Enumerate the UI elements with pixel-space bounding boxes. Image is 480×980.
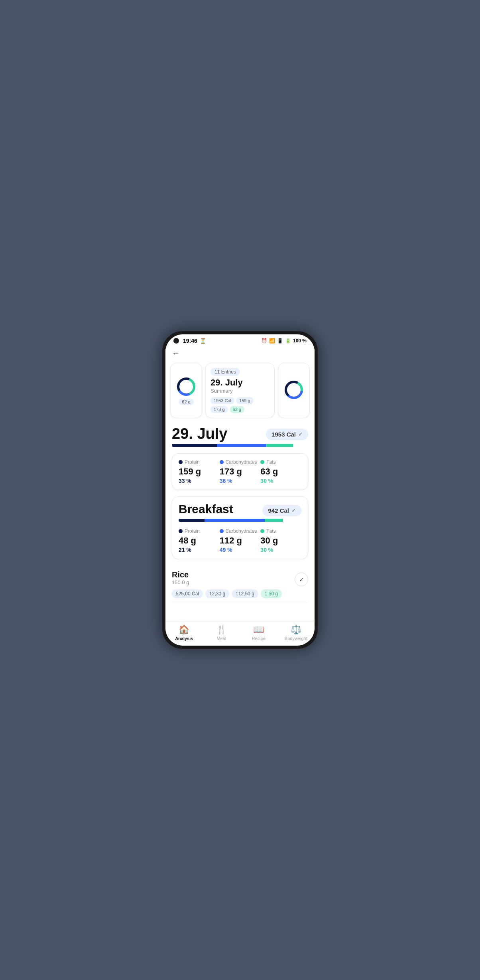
b-carbs-value: 112 g	[220, 535, 261, 546]
rice-fats: 1,50 g	[261, 589, 282, 598]
status-bar: 19:46 ⏳ ⏰ 📶 📱 🔋 100 %	[165, 334, 315, 346]
protein-label: Protein	[185, 459, 200, 465]
recipe-icon: 📖	[253, 624, 264, 635]
breakfast-cal-value: 942 Cal	[268, 507, 289, 514]
bodyweight-icon: ⚖️	[291, 624, 301, 635]
b-fats-pct: 30 %	[260, 547, 301, 553]
b-carbs-label: Carbohydrates	[226, 528, 257, 534]
macro-carbs: Carbohydrates 173 g 36 %	[220, 459, 261, 484]
progress-carbs	[217, 444, 266, 447]
dot-carbs	[220, 460, 224, 464]
rice-badges: 525,00 Cal 12,30 g 112,50 g 1,50 g	[172, 589, 308, 598]
summary-badge-protein: 159 g	[236, 397, 254, 404]
summary-row: 62 g 11 Entries 29. July Summary 1953 Ca…	[165, 360, 315, 421]
rice-check[interactable]: ✓	[295, 573, 308, 586]
nav-analysis[interactable]: 🏠 Analysis	[165, 624, 203, 641]
dot-protein	[179, 460, 183, 464]
home-icon: 🏠	[179, 624, 189, 635]
date-header: 29. July 1953 Cal ✓	[172, 426, 308, 441]
breakfast-card: Breakfast 942 Cal ✓	[172, 496, 308, 559]
summary-date: 29. July	[210, 377, 270, 388]
mini-card-right[interactable]	[278, 363, 310, 418]
summary-badge-cal: 1953 Cal	[210, 397, 234, 404]
nav-bodyweight-label: Bodyweight	[285, 636, 307, 641]
dot-b-carbs	[220, 529, 224, 533]
breakfast-fats: Fats 30 g 30 %	[260, 528, 301, 553]
donut-chart-right	[283, 379, 304, 400]
breakfast-progress-protein	[179, 519, 205, 522]
donut-chart-left	[176, 376, 197, 397]
b-fats-label: Fats	[266, 528, 275, 534]
nav-meal-label: Meal	[216, 636, 226, 641]
dot-b-protein	[179, 529, 183, 533]
camera-notch	[173, 338, 179, 344]
dot-b-fats	[260, 529, 264, 533]
date-title: 29. July	[172, 426, 227, 441]
rice-protein: 12,30 g	[205, 589, 229, 598]
summary-main-card[interactable]: 11 Entries 29. July Summary 1953 Cal 159…	[205, 363, 275, 418]
progress-protein	[172, 444, 217, 447]
carbs-label: Carbohydrates	[226, 459, 257, 465]
scroll-content: ← 62 g 11 Entries 29. July	[165, 346, 315, 621]
cal-badge[interactable]: 1953 Cal ✓	[266, 429, 308, 440]
rice-weight: 150.0 g	[172, 579, 189, 585]
battery-pct: 100 %	[293, 338, 307, 344]
main-content: 29. July 1953 Cal ✓	[165, 421, 315, 608]
nav-recipe-label: Recipe	[252, 636, 266, 641]
back-button-container: ←	[165, 346, 315, 360]
status-icons: ⏰ 📶 📱 🔋 100 %	[261, 338, 307, 344]
signal-icon: 📱	[277, 338, 283, 344]
breakfast-progress-bar	[179, 519, 301, 522]
back-button[interactable]: ←	[172, 349, 180, 358]
breakfast-cal-badge[interactable]: 942 Cal ✓	[262, 505, 301, 516]
status-time: 19:46	[183, 338, 197, 344]
entries-badge: 11 Entries	[210, 368, 240, 376]
b-carbs-pct: 49 %	[220, 547, 261, 553]
rice-name: Rice	[172, 570, 189, 579]
wifi-icon: 📶	[269, 338, 275, 344]
alarm-icon: ⏰	[261, 338, 267, 344]
battery-icon: 🔋	[285, 338, 291, 344]
carbs-value: 173 g	[220, 466, 261, 477]
macros-card: Protein 159 g 33 % Carbohydrates 173 g 3	[172, 453, 308, 490]
breakfast-header: Breakfast 942 Cal ✓	[179, 502, 301, 516]
nav-bodyweight[interactable]: ⚖️ Bodyweight	[277, 624, 315, 641]
fats-pct: 30 %	[260, 478, 301, 484]
rice-item[interactable]: Rice 150.0 g ✓ 525,00 Cal 12,30 g 112,50…	[172, 565, 308, 603]
meal-icon: 🍴	[216, 624, 227, 635]
bottom-nav: 🏠 Analysis 🍴 Meal 📖 Recipe ⚖️ Bodyweight	[165, 621, 315, 646]
b-fats-value: 30 g	[260, 535, 301, 546]
breakfast-progress-carbs	[205, 519, 265, 522]
dot-fats	[260, 460, 264, 464]
nav-analysis-label: Analysis	[175, 636, 193, 641]
breakfast-progress-fats	[265, 519, 283, 522]
rice-cal: 525,00 Cal	[172, 589, 203, 598]
phone-screen: 19:46 ⏳ ⏰ 📶 📱 🔋 100 % ←	[165, 334, 315, 646]
carbs-pct: 36 %	[220, 478, 261, 484]
rice-carbs: 112,50 g	[232, 589, 258, 598]
breakfast-title: Breakfast	[179, 502, 233, 516]
summary-badges: 1953 Cal 159 g 173 g 63 g	[210, 397, 270, 413]
phone-frame: 19:46 ⏳ ⏰ 📶 📱 🔋 100 % ←	[162, 331, 318, 649]
summary-label: Summary	[210, 388, 270, 394]
macro-protein: Protein 159 g 33 %	[179, 459, 220, 484]
protein-pct: 33 %	[179, 478, 220, 484]
cal-check-icon: ✓	[298, 431, 303, 437]
fats-value: 63 g	[260, 466, 301, 477]
b-protein-label: Protein	[185, 528, 200, 534]
mini-card-left[interactable]: 62 g	[170, 363, 202, 418]
mini-card-left-value: 62 g	[179, 399, 193, 405]
b-protein-value: 48 g	[179, 535, 220, 546]
cal-badge-value: 1953 Cal	[271, 431, 296, 438]
breakfast-macros-row: Protein 48 g 21 % Carbohydrates 112 g 49	[179, 528, 301, 553]
protein-value: 159 g	[179, 466, 220, 477]
macros-row: Protein 159 g 33 % Carbohydrates 173 g 3	[179, 459, 301, 484]
status-timer-icon: ⏳	[200, 338, 206, 344]
b-protein-pct: 21 %	[179, 547, 220, 553]
nav-meal[interactable]: 🍴 Meal	[203, 624, 240, 641]
rice-item-header: Rice 150.0 g ✓	[172, 570, 308, 589]
macro-fats: Fats 63 g 30 %	[260, 459, 301, 484]
summary-badge-fats: 63 g	[230, 406, 244, 413]
breakfast-carbs: Carbohydrates 112 g 49 %	[220, 528, 261, 553]
nav-recipe[interactable]: 📖 Recipe	[240, 624, 277, 641]
